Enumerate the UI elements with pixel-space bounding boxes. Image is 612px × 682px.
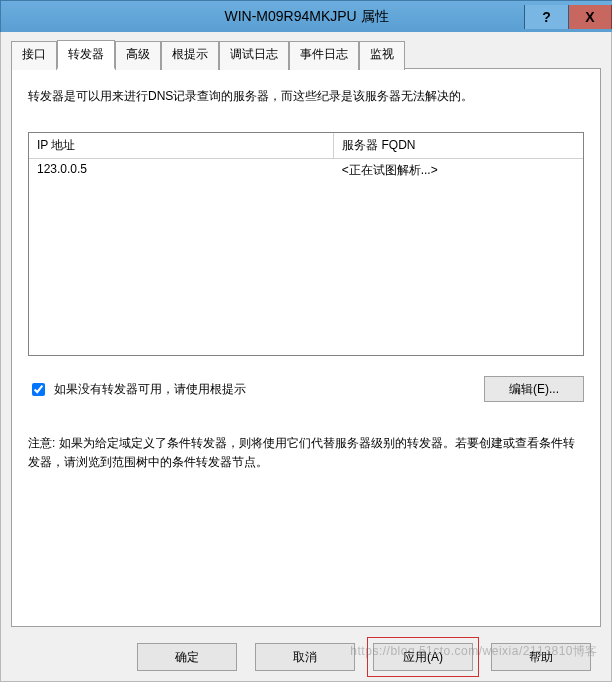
forwarders-note: 注意: 如果为给定域定义了条件转发器，则将使用它们代替服务器级别的转发器。若要创…: [28, 434, 584, 472]
tab-event-log[interactable]: 事件日志: [289, 41, 359, 70]
tab-label: 高级: [126, 47, 150, 61]
titlebar: WIN-M09R94MKJPU 属性 ? X: [0, 0, 612, 32]
cell-fqdn: <正在试图解析...>: [334, 159, 583, 183]
tab-debug-log[interactable]: 调试日志: [219, 41, 289, 70]
tab-interface[interactable]: 接口: [11, 41, 57, 70]
help-icon: ?: [542, 9, 551, 25]
edit-button[interactable]: 编辑(E)...: [484, 376, 584, 402]
tab-label: 根提示: [172, 47, 208, 61]
dialog-button-row: 确定 取消 应用(A) 帮助: [1, 643, 611, 671]
forwarders-table-container: IP 地址 服务器 FQDN 123.0.0.5 <正在试图解析...>: [28, 132, 584, 356]
help-button[interactable]: 帮助: [491, 643, 591, 671]
tab-label: 接口: [22, 47, 46, 61]
tab-forwarders[interactable]: 转发器: [57, 40, 115, 69]
column-header-ip[interactable]: IP 地址: [29, 133, 334, 159]
ok-button[interactable]: 确定: [137, 643, 237, 671]
tab-label: 转发器: [68, 47, 104, 61]
apply-button[interactable]: 应用(A): [373, 643, 473, 671]
tab-label: 监视: [370, 47, 394, 61]
tab-advanced[interactable]: 高级: [115, 41, 161, 70]
tab-root-hints[interactable]: 根提示: [161, 41, 219, 70]
tab-monitor[interactable]: 监视: [359, 41, 405, 70]
title-help-button[interactable]: ?: [524, 5, 568, 29]
use-root-hints-label: 如果没有转发器可用，请使用根提示: [54, 381, 246, 398]
forwarders-description: 转发器是可以用来进行DNS记录查询的服务器，而这些纪录是该服务器无法解决的。: [28, 87, 584, 106]
cancel-button[interactable]: 取消: [255, 643, 355, 671]
tab-strip: 接口 转发器 高级 根提示 调试日志 事件日志 监视: [11, 40, 601, 69]
dialog-body: 接口 转发器 高级 根提示 调试日志 事件日志 监视 转发器是可以用来进行DNS…: [0, 32, 612, 682]
title-close-button[interactable]: X: [568, 5, 612, 29]
column-header-fqdn[interactable]: 服务器 FQDN: [334, 133, 583, 159]
tab-content-forwarders: 转发器是可以用来进行DNS记录查询的服务器，而这些纪录是该服务器无法解决的。 I…: [11, 68, 601, 627]
close-icon: X: [585, 9, 594, 25]
window-title: WIN-M09R94MKJPU 属性: [1, 8, 524, 26]
cell-ip: 123.0.0.5: [29, 159, 334, 183]
tab-label: 调试日志: [230, 47, 278, 61]
tab-label: 事件日志: [300, 47, 348, 61]
table-row[interactable]: 123.0.0.5 <正在试图解析...>: [29, 159, 583, 183]
use-root-hints-checkbox[interactable]: [32, 383, 45, 396]
use-root-hints-option[interactable]: 如果没有转发器可用，请使用根提示: [28, 380, 484, 399]
forwarders-table: IP 地址 服务器 FQDN 123.0.0.5 <正在试图解析...>: [29, 133, 583, 182]
options-row: 如果没有转发器可用，请使用根提示 编辑(E)...: [28, 376, 584, 402]
